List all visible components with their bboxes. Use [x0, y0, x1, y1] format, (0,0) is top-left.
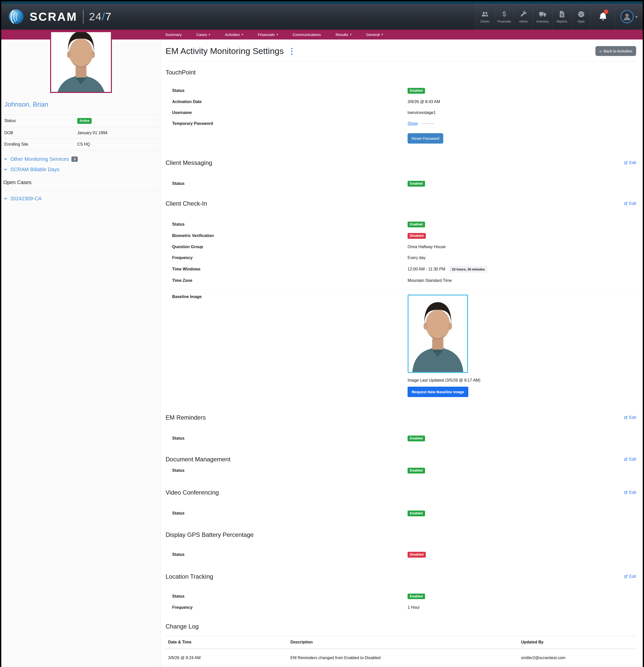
em-reminders-edit-link[interactable]: Edit: [624, 415, 636, 420]
status-badge: Enabled: [408, 510, 425, 516]
document-management-status-row: Status Enabled: [166, 465, 636, 476]
brand-separator: [83, 10, 84, 23]
location-tracking-edit-link[interactable]: Edit: [624, 574, 636, 579]
gauge-icon: [577, 11, 585, 18]
chevron-down-icon: ▾: [209, 33, 210, 36]
status-badge: Disabled: [408, 552, 426, 558]
user-menu[interactable]: ▾: [615, 4, 643, 30]
client-site-row: Enrolling Site CS HQ: [1, 139, 160, 150]
chevron-down-icon: [3, 157, 8, 161]
nav-communications[interactable]: Communications: [293, 32, 321, 37]
masked-password: ········: [422, 121, 435, 126]
app-header: SCRAM 24/7 Clients Financials Admin Inve…: [1, 4, 643, 30]
nav-general[interactable]: General▾: [366, 32, 383, 37]
brand-247: 24/7: [89, 11, 112, 23]
baseline-image-caption: Image Last Updated (3/5/26 @ 9:17 AM): [408, 378, 636, 383]
double-chevron-left-icon: «: [599, 49, 601, 53]
checkin-biometric-row: Biometric Verification Disabled: [166, 230, 636, 242]
touchpoint-username-row: Username tservicesstage1: [166, 108, 636, 118]
reset-password-button[interactable]: Reset Password: [408, 133, 443, 144]
checkin-status-row: Status Enabled: [166, 219, 636, 230]
scram-billable-days-link[interactable]: SCRAM Billable Days: [3, 167, 160, 173]
column-header-description: Description: [288, 636, 518, 649]
nav-cases[interactable]: Cases▾: [196, 32, 210, 37]
toolbar-financials[interactable]: Financials: [494, 4, 514, 30]
column-header-updated-by: Updated By: [518, 636, 636, 649]
table-row: 3/9/26 @ 9:24 AM EM Reminders changed fr…: [166, 649, 636, 667]
toolbar-reports[interactable]: Reports: [552, 4, 571, 30]
video-conferencing-title: Video Conferencing: [166, 489, 219, 496]
wrench-icon: [520, 11, 527, 18]
touchpoint-status-row: Status Enabled: [166, 85, 636, 97]
dollar-icon: [500, 11, 508, 18]
duration-badge: 23 hours, 30 minutes: [449, 266, 487, 273]
clients-icon: [481, 11, 489, 18]
location-tracking-frequency-row: Frequency 1 Hour: [166, 602, 636, 613]
client-dob-row: DOB January 01 1994: [1, 127, 160, 139]
truck-icon: [539, 11, 547, 18]
brand-text: SCRAM: [30, 10, 78, 23]
chevron-down-icon: ▾: [635, 15, 638, 19]
chevron-down-icon: ▾: [242, 33, 243, 36]
title-divider: [166, 61, 636, 61]
nav-summary[interactable]: Summary: [165, 32, 182, 37]
report-icon: [558, 11, 566, 18]
notifications-button[interactable]: [591, 4, 615, 30]
client-checkin-edit-link[interactable]: Edit: [624, 201, 636, 206]
edit-pencil-icon: [624, 161, 628, 165]
gps-battery-title: Display GPS Battery Percentage: [166, 531, 254, 538]
kebab-menu-icon[interactable]: ⋮: [288, 47, 296, 55]
column-header-date: Date & Time: [166, 636, 288, 649]
gps-battery-status-row: Status Disabled: [166, 549, 636, 560]
status-badge: Enabled: [408, 222, 425, 227]
chevron-down-icon: ▾: [277, 33, 278, 36]
client-status-row: Status Active: [1, 115, 160, 127]
notification-dot: [604, 10, 608, 14]
em-reminders-status-row: Status Enabled: [166, 433, 636, 444]
toolbar-optix[interactable]: Optix: [571, 4, 591, 30]
nav-financials[interactable]: Financials▾: [258, 32, 278, 37]
client-name-link[interactable]: Johnson, Brian: [4, 100, 160, 108]
change-log-table: Date & Time Description Updated By 3/9/2…: [166, 636, 636, 667]
scram-logo: SCRAM 24/7: [1, 9, 112, 25]
client-messaging-edit-link[interactable]: Edit: [624, 161, 636, 165]
back-to-activities-button[interactable]: « Back to Activities: [595, 46, 636, 56]
checkin-time-zone-row: Time Zone Mountain Standard Time: [166, 275, 636, 286]
touchpoint-activation-row: Activation Date 3/9/26 @ 8:43 AM: [166, 97, 636, 108]
chevron-down-icon: ▾: [350, 33, 352, 36]
status-badge: Enabled: [408, 593, 425, 599]
toolbar-admin[interactable]: Admin: [514, 4, 533, 30]
chevron-down-icon: [3, 167, 8, 172]
chevron-down-icon: ▾: [381, 33, 383, 36]
client-photo: [50, 31, 112, 93]
baseline-image: [408, 294, 468, 373]
open-cases-label: Open Cases: [3, 180, 160, 190]
status-badge: Enabled: [408, 468, 425, 473]
checkin-question-group-row: Question Group Oriva Halfway House: [166, 242, 636, 253]
toolbar-inventory[interactable]: Inventory: [533, 4, 552, 30]
location-tracking-status-row: Status Enabled: [166, 591, 636, 602]
nav-activities[interactable]: Activities▾: [225, 32, 243, 37]
edit-pencil-icon: [624, 490, 628, 494]
video-conferencing-status-row: Status Enabled: [166, 508, 636, 519]
monitoring-count-badge: 3: [71, 157, 78, 162]
touchpoint-title: TouchPoint: [166, 69, 196, 76]
nav-results[interactable]: Results▾: [336, 32, 352, 37]
edit-pencil-icon: [624, 574, 628, 579]
request-new-baseline-image-button[interactable]: Request New Baseline Image: [408, 387, 468, 397]
show-password-link[interactable]: Show: [408, 121, 418, 126]
app-window: SCRAM 24/7 Clients Financials Admin Inve…: [0, 0, 644, 667]
sidebar-links: Other Monitoring Services 3 SCRAM Billab…: [3, 156, 160, 173]
toolbar-clients[interactable]: Clients: [475, 4, 494, 30]
case-number-link[interactable]: 20242309-CA: [3, 196, 160, 201]
edit-pencil-icon: [624, 457, 628, 461]
checkin-time-windows-row: Time Windows 12:00 AM - 11:30 PM 23 hour…: [166, 263, 636, 275]
client-info-table: Status Active DOB January 01 1994 Enroll…: [1, 114, 160, 150]
touchpoint-password-row: Temporary Password Show ········: [166, 118, 636, 129]
video-conferencing-edit-link[interactable]: Edit: [624, 490, 636, 495]
location-tracking-title: Location Tracking: [166, 573, 213, 580]
document-management-edit-link[interactable]: Edit: [624, 457, 636, 462]
em-reminders-title: EM Reminders: [166, 414, 206, 421]
status-badge: Active: [77, 118, 92, 124]
other-monitoring-services-link[interactable]: Other Monitoring Services 3: [3, 156, 160, 162]
